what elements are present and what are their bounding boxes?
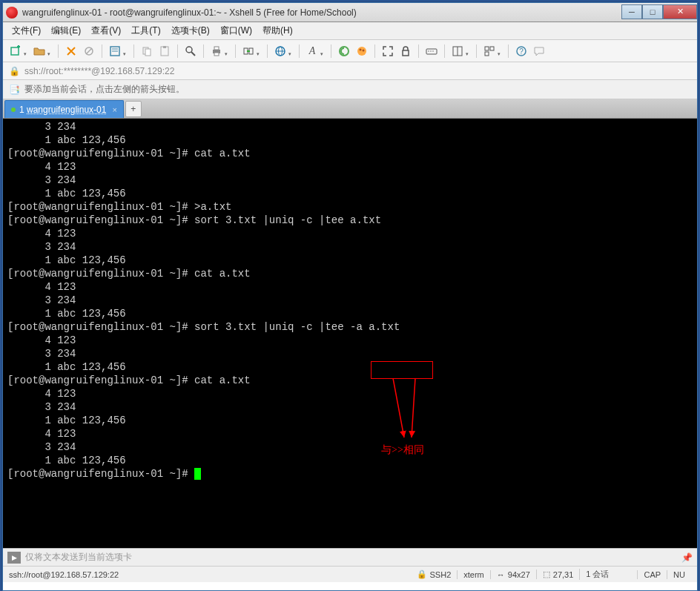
status-term: xterm	[457, 570, 490, 579]
menu-view[interactable]: 查看(V)	[87, 23, 125, 39]
toolbar-separator	[331, 44, 331, 58]
svg-rect-33	[485, 47, 489, 50]
svg-rect-35	[485, 52, 489, 56]
annotation-text: 与>>相同	[381, 443, 424, 457]
svg-point-25	[363, 49, 365, 51]
toolbar-separator	[299, 44, 300, 58]
disconnect-button[interactable]	[81, 43, 97, 59]
transfer-button[interactable]	[240, 43, 257, 59]
terminal-cursor	[194, 468, 201, 480]
menu-window[interactable]: 窗口(W)	[216, 23, 257, 39]
bookmark-icon[interactable]: 📑	[9, 85, 20, 95]
lock-button[interactable]	[397, 43, 414, 59]
svg-point-24	[360, 48, 362, 50]
copy-button[interactable]	[139, 43, 155, 59]
encoding-button[interactable]	[272, 43, 288, 59]
chat-button[interactable]	[531, 43, 547, 59]
terminal-line: [root@wangruifenglinux-01 ~]# cat a.txt	[7, 374, 251, 386]
terminal-line: 1 abc 123,456	[7, 254, 126, 266]
keyboard-button[interactable]	[423, 43, 440, 59]
layout-button[interactable]	[449, 43, 466, 59]
find-button[interactable]	[182, 43, 199, 59]
svg-line-13	[191, 52, 195, 56]
titlebar[interactable]: wangruifenglinux-01 - root@wangruifengli…	[3, 3, 697, 22]
font-button[interactable]: A	[304, 43, 320, 59]
minimize-button[interactable]: ─	[621, 4, 642, 19]
menu-help[interactable]: 帮助(H)	[258, 23, 297, 39]
session-status-icon	[11, 108, 16, 112]
svg-rect-26	[403, 50, 409, 56]
fullscreen-button[interactable]	[380, 43, 396, 59]
tab-label: wangruifenglinux-01	[27, 105, 106, 115]
terminal-line: [root@wangruifenglinux-01 ~]# cat a.txt	[7, 148, 251, 159]
status-cursor-pos: ⬚27,31	[536, 569, 580, 579]
terminal-line: 1 abc 123,456	[7, 455, 126, 466]
terminal-line: 3 234	[7, 441, 76, 453]
maximize-button[interactable]: □	[642, 4, 663, 19]
svg-rect-15	[214, 47, 219, 50]
color-scheme-button[interactable]	[354, 43, 370, 59]
resize-icon: ↔	[497, 570, 505, 579]
menu-file[interactable]: 文件(F)	[7, 23, 45, 39]
terminal-line: 4 123	[7, 161, 76, 173]
statusbar: ssh://root@192.168.57.129:22 🔒SSH2 xterm…	[3, 566, 697, 582]
annotation-arrow	[371, 378, 438, 452]
tab-close-icon[interactable]: ×	[112, 105, 116, 114]
properties-button[interactable]	[107, 43, 123, 59]
terminal-line: 1 abc 123,456	[7, 361, 126, 373]
status-sessions: 1 会话	[579, 569, 615, 580]
session-tab[interactable]: 1 wangruifenglinux-01 ×	[4, 100, 124, 118]
tabbar: 1 wangruifenglinux-01 × +	[3, 99, 697, 119]
svg-rect-11	[163, 46, 166, 48]
open-button[interactable]	[31, 43, 47, 59]
menubar: 文件(F) 编辑(E) 查看(V) 工具(T) 选项卡(B) 窗口(W) 帮助(…	[3, 22, 697, 40]
address-text[interactable]: ssh://root:********@192.168.57.129:22	[24, 66, 174, 76]
svg-rect-34	[490, 47, 494, 50]
svg-point-28	[428, 50, 429, 51]
toolbar-separator	[508, 44, 509, 58]
info-text: 要添加当前会话，点击左侧的箭头按钮。	[24, 83, 185, 96]
cursor-icon: ⬚	[543, 569, 550, 579]
toolbar-separator	[203, 44, 204, 58]
send-icon[interactable]: ▶	[7, 552, 21, 564]
svg-line-39	[412, 378, 415, 438]
pin-icon[interactable]: 📌	[681, 552, 693, 563]
reconnect-button[interactable]	[63, 43, 79, 59]
print-button[interactable]	[208, 43, 225, 59]
lock-icon: 🔒	[417, 569, 427, 579]
new-tab-button[interactable]: +	[125, 101, 142, 117]
terminal-line: 3 234	[7, 294, 76, 306]
toolbar-separator	[267, 44, 268, 58]
svg-rect-0	[11, 47, 19, 55]
svg-rect-16	[214, 53, 219, 56]
svg-point-29	[430, 50, 431, 51]
terminal-line: [root@wangruifenglinux-01 ~]#	[7, 468, 194, 480]
help-button[interactable]: ?	[513, 43, 529, 59]
toolbar-separator	[235, 44, 236, 58]
compose-input[interactable]: 仅将文本发送到当前选项卡	[25, 551, 681, 564]
terminal-line: 4 123	[7, 334, 76, 346]
menu-tools[interactable]: 工具(T)	[127, 23, 165, 39]
terminal-line: [root@wangruifenglinux-01 ~]# cat a.txt	[7, 268, 251, 280]
arrange-button[interactable]	[481, 43, 498, 59]
toolbar-separator	[444, 44, 445, 58]
new-session-button[interactable]	[7, 43, 24, 59]
terminal-line: 3 234	[7, 174, 76, 186]
close-button[interactable]: ✕	[663, 4, 697, 19]
terminal[interactable]: 3 234 1 abc 123,456 [root@wangruifenglin…	[3, 119, 697, 548]
menu-tabs[interactable]: 选项卡(B)	[167, 23, 214, 39]
menu-edit[interactable]: 编辑(E)	[47, 23, 85, 39]
terminal-line: 4 123	[7, 428, 76, 440]
terminal-line: 3 234	[7, 241, 76, 253]
terminal-line: 1 abc 123,456	[7, 134, 126, 146]
script-button[interactable]	[336, 43, 352, 59]
terminal-line: [root@wangruifenglinux-01 ~]# sort 3.txt…	[7, 321, 400, 333]
terminal-line: 4 123	[7, 281, 76, 293]
terminal-line: 3 234	[7, 348, 76, 360]
paste-button[interactable]	[156, 43, 173, 59]
svg-point-30	[432, 50, 433, 51]
toolbar-separator	[102, 44, 102, 58]
window-title: wangruifenglinux-01 - root@wangruifengli…	[22, 7, 621, 18]
tab-index: 1	[19, 105, 24, 115]
toolbar-separator	[177, 44, 178, 58]
